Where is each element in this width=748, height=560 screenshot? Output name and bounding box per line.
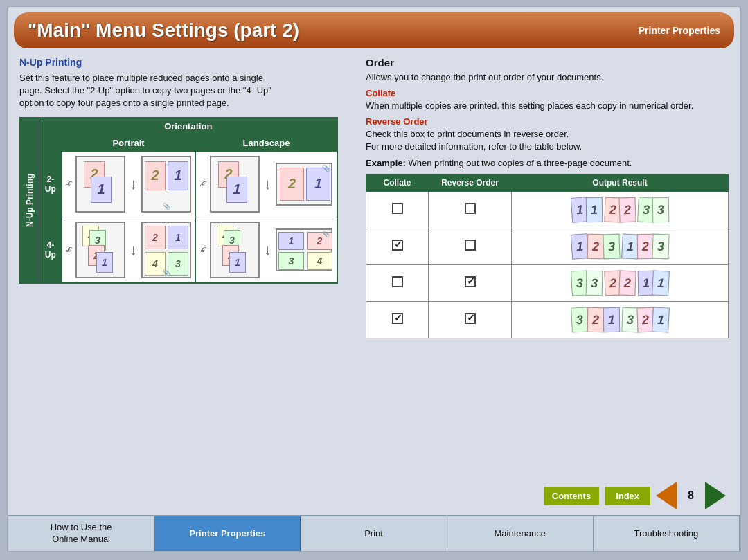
nup-outer-label: N-Up Printing bbox=[20, 118, 39, 283]
portrait-header: Portrait bbox=[62, 134, 196, 151]
tab-print[interactable]: Print bbox=[301, 516, 447, 551]
checkbox-empty bbox=[392, 276, 403, 287]
tab-printer-properties[interactable]: Printer Properties bbox=[154, 516, 301, 551]
row2-collate bbox=[366, 228, 429, 264]
example-text: Example: When printing out two copies of… bbox=[366, 158, 729, 168]
tab-maintenance[interactable]: Maintenance bbox=[447, 516, 594, 551]
reverse-desc: Check this box to print documents in rev… bbox=[366, 128, 729, 153]
row3-reverse bbox=[429, 264, 512, 301]
row3-collate bbox=[366, 264, 429, 301]
4up-portrait-cell: 🖇 4 3 2 1 ↓ 2 1 4 bbox=[62, 217, 196, 283]
tab-troubleshooting[interactable]: Troubleshooting bbox=[594, 516, 740, 551]
nup-4up-label: 4-Up bbox=[39, 217, 61, 283]
nup-description: Set this feature to place multiple reduc… bbox=[19, 72, 352, 110]
page-header: "Main" Menu Settings (part 2) Printer Pr… bbox=[14, 12, 734, 48]
checkbox-checked bbox=[465, 276, 476, 287]
row2-output: 1 2 3 1 2 3 bbox=[512, 228, 729, 264]
order-table: Collate Reverse Order Output Result bbox=[366, 174, 729, 338]
page-number: 8 bbox=[682, 489, 700, 502]
row1-reverse bbox=[429, 191, 512, 228]
index-button[interactable]: Index bbox=[605, 487, 650, 505]
row4-collate bbox=[366, 301, 429, 338]
content-area: N-Up Printing Set this feature to place … bbox=[8, 48, 740, 478]
table-row: 1 2 3 1 2 3 bbox=[366, 228, 729, 264]
bottom-navigation: Contents Index 8 bbox=[8, 478, 740, 515]
checkbox-checked bbox=[392, 313, 403, 324]
bottom-tabs: How to Use the Online Manual Printer Pro… bbox=[8, 515, 740, 551]
table-row: 3 3 2 2 1 1 bbox=[366, 264, 729, 301]
order-title: Order bbox=[366, 57, 729, 69]
2up-landscape-cell: 🖇 2 1 ↓ 2 1 📎 bbox=[196, 151, 338, 217]
nup-row-labels bbox=[39, 134, 61, 151]
table-row: 1 1 2 2 3 3 bbox=[366, 191, 729, 228]
2up-portrait-cell: 🖇 2 1 ↓ 2 1 📎 bbox=[62, 151, 196, 217]
reverse-title: Reverse Order bbox=[366, 116, 729, 127]
row1-output: 1 1 2 2 3 3 bbox=[512, 191, 729, 228]
col-reverse: Reverse Order bbox=[429, 174, 512, 191]
tab-how-to-use[interactable]: How to Use the Online Manual bbox=[8, 516, 154, 551]
checkbox-checked bbox=[465, 313, 476, 324]
checkbox-checked bbox=[392, 240, 403, 251]
nup-title: N-Up Printing bbox=[19, 57, 352, 68]
prev-page-button[interactable] bbox=[656, 482, 677, 509]
checkbox-empty bbox=[465, 240, 476, 251]
col-collate: Collate bbox=[366, 174, 429, 191]
contents-button[interactable]: Contents bbox=[544, 487, 599, 505]
row1-collate bbox=[366, 191, 429, 228]
nup-2up-label: 2-Up bbox=[39, 151, 61, 217]
collate-title: Collate bbox=[366, 88, 729, 98]
landscape-header: Landscape bbox=[196, 134, 338, 151]
main-container: "Main" Menu Settings (part 2) Printer Pr… bbox=[7, 6, 741, 552]
row3-output: 3 3 2 2 1 1 bbox=[512, 264, 729, 301]
order-desc: Allows you to change the print out order… bbox=[366, 72, 729, 82]
page-title: "Main" Menu Settings (part 2) bbox=[28, 19, 299, 42]
left-column: N-Up Printing Set this feature to place … bbox=[19, 57, 352, 469]
page-subtitle: Printer Properties bbox=[639, 25, 720, 36]
nup-table: N-Up Printing Orientation Portrait Lands… bbox=[19, 117, 338, 284]
orientation-header: Orientation bbox=[39, 118, 337, 135]
4up-landscape-cell: 🖇 4 3 2 1 ↓ 1 2 3 bbox=[196, 217, 338, 283]
collate-desc: When multiple copies are printed, this s… bbox=[366, 100, 729, 112]
table-row: 3 2 1 3 2 1 bbox=[366, 301, 729, 338]
row4-output: 3 2 1 3 2 1 bbox=[512, 301, 729, 338]
row4-reverse bbox=[429, 301, 512, 338]
checkbox-empty bbox=[465, 203, 476, 214]
row2-reverse bbox=[429, 228, 512, 264]
col-output: Output Result bbox=[512, 174, 729, 191]
checkbox-empty bbox=[392, 203, 403, 214]
right-column: Order Allows you to change the print out… bbox=[366, 57, 729, 469]
next-page-button[interactable] bbox=[705, 482, 726, 509]
